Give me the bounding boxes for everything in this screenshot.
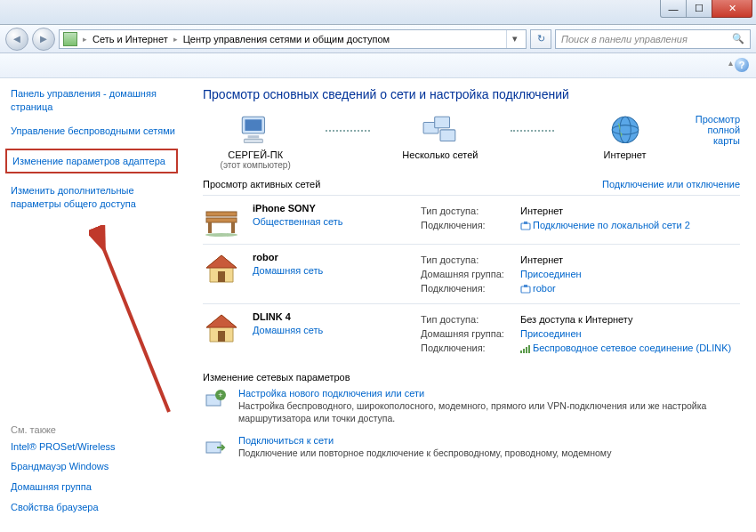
svg-rect-19	[521, 286, 530, 293]
house-icon	[203, 311, 240, 345]
close-button[interactable]: ✕	[712, 0, 752, 18]
globe-icon	[607, 114, 644, 146]
address-dropdown[interactable]: ▾	[506, 30, 522, 48]
sidebar-item-browser[interactable]: Свойства браузера	[11, 501, 176, 514]
task-description: Подключение или повторное подключение к …	[238, 447, 611, 460]
network-type-link[interactable]: Домашняя сеть	[253, 265, 404, 276]
svg-rect-16	[521, 223, 530, 230]
task-icon	[203, 435, 228, 460]
chevron-right-icon: ▸	[83, 35, 87, 44]
network-type-link[interactable]: Общественная сеть	[253, 216, 404, 227]
svg-rect-18	[218, 271, 225, 282]
svg-rect-14	[231, 222, 235, 233]
svg-rect-20	[524, 285, 527, 287]
svg-rect-7	[440, 130, 455, 141]
annotation-arrow	[89, 225, 196, 430]
svg-rect-6	[435, 117, 450, 128]
svg-rect-24	[526, 347, 527, 353]
network-entry: DLINK 4 Домашняя сеть Тип доступа:Без до…	[203, 303, 740, 363]
svg-point-15	[205, 233, 237, 237]
sidebar-item-firewall[interactable]: Брандмауэр Windows	[11, 460, 176, 473]
toolbar: ▴ ?	[0, 53, 756, 78]
svg-rect-12	[206, 218, 237, 222]
task-item: + Настройка нового подключения или сети …	[203, 388, 740, 424]
svg-rect-3	[248, 135, 260, 138]
network-name: iPhone SONY	[253, 203, 404, 214]
task-title-link[interactable]: Настройка нового подключения или сети	[238, 388, 740, 399]
access-value: Интернет	[518, 205, 738, 217]
svg-line-0	[98, 234, 169, 412]
task-description: Настройка беспроводного, широкополосного…	[238, 400, 740, 424]
forward-button[interactable]: ►	[32, 28, 55, 51]
task-item: Подключиться к сети Подключение или повт…	[203, 435, 740, 460]
chevron-right-icon: ▸	[173, 35, 178, 44]
active-networks-header: Просмотр активных сетей	[203, 179, 320, 189]
network-name: DLINK 4	[253, 311, 404, 322]
control-panel-icon	[63, 32, 77, 46]
house-icon	[203, 252, 240, 286]
see-also-label: См. также	[11, 424, 176, 435]
breadcrumb-item[interactable]: Центр управления сетями и общим доступом	[183, 34, 390, 44]
address-bar[interactable]: ▸ Сеть и Интернет ▸ Центр управления сет…	[59, 29, 527, 49]
node-pc-label: СЕРГЕЙ-ПК	[203, 149, 308, 160]
network-type-link[interactable]: Домашняя сеть	[253, 325, 404, 335]
svg-rect-25	[528, 345, 530, 353]
refresh-button[interactable]: ↻	[530, 29, 551, 49]
homegroup-link[interactable]: Присоединен	[520, 328, 582, 339]
svg-rect-2	[245, 119, 262, 131]
search-placeholder: Поиск в панели управления	[561, 34, 732, 44]
sidebar-item-homegroup[interactable]: Домашняя группа	[11, 480, 176, 494]
bench-icon	[203, 203, 240, 237]
sidebar: Панель управления - домашняя страница Уп…	[0, 78, 187, 532]
sidebar-item-intel[interactable]: Intel® PROSet/Wireless	[11, 440, 176, 454]
node-internet-label: Интернет	[572, 149, 677, 160]
full-map-link[interactable]: Просмотр полной карты	[696, 114, 740, 146]
sidebar-item-adapter-settings[interactable]: Изменение параметров адаптера	[5, 149, 178, 174]
access-value: Интернет	[518, 254, 738, 266]
page-title: Просмотр основных сведений о сети и наст…	[203, 87, 740, 101]
minimize-button[interactable]: —	[660, 0, 687, 18]
eth-icon	[520, 222, 531, 230]
help-icon[interactable]: ?	[735, 58, 749, 72]
sidebar-item-home[interactable]: Панель управления - домашняя страница	[11, 87, 176, 114]
svg-text:+: +	[218, 391, 222, 399]
maximize-button[interactable]: ☐	[686, 0, 712, 18]
svg-rect-4	[245, 140, 263, 143]
homegroup-link[interactable]: Присоединен	[520, 269, 582, 279]
search-icon: 🔍	[732, 33, 744, 44]
svg-rect-22	[520, 351, 522, 353]
pc-icon	[237, 114, 274, 146]
search-input[interactable]: Поиск в панели управления 🔍	[555, 29, 751, 49]
eth-icon	[520, 285, 531, 294]
sidebar-item-sharing[interactable]: Изменить дополнительные параметры общего…	[11, 184, 176, 211]
svg-point-8	[612, 117, 638, 142]
node-pc-sublabel: (этот компьютер)	[203, 160, 308, 170]
main-content: Просмотр основных сведений о сети и наст…	[187, 78, 756, 532]
svg-rect-11	[206, 212, 237, 216]
navbar: ◄ ► ▸ Сеть и Интернет ▸ Центр управления…	[0, 25, 756, 53]
connection-link[interactable]: robor	[533, 283, 556, 294]
connection-link[interactable]: Подключение по локальной сети 2	[533, 220, 690, 230]
access-value: Без доступа к Интернету	[518, 313, 738, 326]
node-multi-label: Несколько сетей	[388, 149, 493, 160]
multi-network-icon	[422, 114, 459, 146]
chevron-up-icon: ▴	[728, 58, 733, 68]
svg-rect-21	[218, 331, 225, 342]
back-button[interactable]: ◄	[5, 28, 28, 51]
network-name: robor	[253, 252, 404, 262]
task-title-link[interactable]: Подключиться к сети	[238, 435, 611, 446]
tasks-header: Изменение сетевых параметров	[203, 372, 740, 383]
wifi-icon	[520, 344, 531, 353]
svg-rect-13	[208, 222, 212, 233]
svg-rect-23	[523, 349, 525, 353]
network-entry: robor Домашняя сеть Тип доступа:Интернет…	[203, 244, 740, 303]
network-entry: iPhone SONY Общественная сеть Тип доступ…	[203, 195, 740, 244]
svg-rect-17	[524, 222, 527, 224]
connect-disconnect-link[interactable]: Подключение или отключение	[602, 179, 740, 189]
connection-link[interactable]: Беспроводное сетевое соединение (DLINK)	[533, 343, 731, 353]
breadcrumb-item[interactable]: Сеть и Интернет	[92, 34, 168, 44]
task-icon: +	[203, 388, 228, 413]
titlebar: — ☐ ✕	[0, 0, 756, 25]
network-map: СЕРГЕЙ-ПК (этот компьютер) Несколько сет…	[203, 114, 740, 170]
sidebar-item-wireless[interactable]: Управление беспроводными сетями	[11, 125, 176, 138]
